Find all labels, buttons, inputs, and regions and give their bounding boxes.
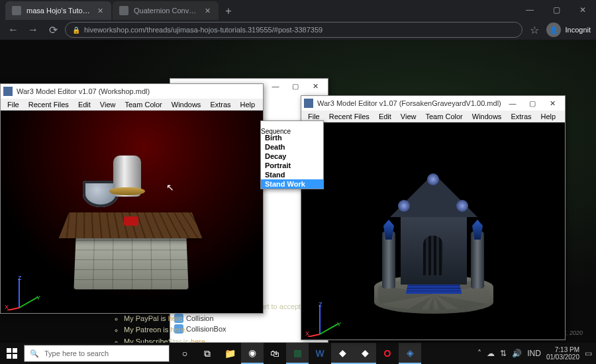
excel-button[interactable]: ▦ bbox=[286, 343, 309, 364]
sequence-list: Birth Death Decay Portrait Stand Stand W… bbox=[261, 133, 323, 189]
svg-rect-8 bbox=[7, 354, 11, 359]
axis-gizmo: Z Y X bbox=[305, 301, 341, 337]
paypal-link[interactable]: here bbox=[168, 314, 183, 322]
sequence-item[interactable]: Birth bbox=[261, 133, 323, 142]
close-button[interactable]: ✕ bbox=[542, 97, 562, 109]
blue-app-button[interactable]: ◈ bbox=[399, 343, 421, 364]
axis-gizmo: Z Y X bbox=[5, 275, 40, 310]
sequence-item[interactable]: Death bbox=[261, 142, 323, 152]
forward-button[interactable]: → bbox=[25, 22, 41, 38]
start-button[interactable] bbox=[0, 343, 24, 364]
browser-tab-quaternion[interactable]: Quaternion Converter ✕ bbox=[113, 1, 219, 20]
language-indicator[interactable]: IND bbox=[527, 349, 541, 358]
reload-button[interactable]: ⟳ bbox=[45, 22, 61, 38]
url-text: hiveworkshop.com/threads/ujimasa-hojos-t… bbox=[84, 26, 323, 34]
maximize-button[interactable]: ▢ bbox=[522, 97, 542, 109]
menu-extras[interactable]: Extras bbox=[507, 111, 535, 122]
volume-icon[interactable]: 🔊 bbox=[512, 349, 522, 358]
page-content: — ▢ ✕ Collision CollisionBox War3 Model … bbox=[0, 40, 596, 343]
menu-bar: File Recent Files Edit View Team Color W… bbox=[1, 99, 263, 111]
menu-edit[interactable]: Edit bbox=[375, 111, 395, 122]
onedrive-icon[interactable]: ☁ bbox=[487, 349, 495, 358]
titlebar[interactable]: War3 Model Editor v1.07 (Workshop.mdl) bbox=[1, 84, 263, 99]
menu-recent-files[interactable]: Recent Files bbox=[325, 111, 373, 122]
url-input[interactable]: 🔒 hiveworkshop.com/threads/ujimasa-hojos… bbox=[65, 22, 522, 38]
model-workshop bbox=[52, 144, 211, 296]
maximize-button[interactable]: ▢ bbox=[543, 0, 570, 20]
menu-extras[interactable]: Extras bbox=[206, 99, 234, 110]
incognito-label: Incognit bbox=[565, 26, 591, 34]
incognito-icon[interactable]: 👤 bbox=[546, 23, 561, 37]
date-label: 01/03/2020 bbox=[546, 353, 579, 361]
browser-chrome: masa Hojo's Tutorials | HIVE ✕ Quaternio… bbox=[0, 0, 596, 40]
search-placeholder: Type here to search bbox=[44, 349, 109, 357]
sequence-item-selected[interactable]: Stand Work bbox=[261, 179, 323, 189]
app-icon bbox=[3, 87, 13, 96]
action-center-button[interactable]: ▭ bbox=[585, 349, 592, 358]
back-button[interactable]: ← bbox=[5, 22, 21, 38]
tray-overflow-button[interactable]: ˄ bbox=[477, 349, 481, 358]
address-bar: ← → ⟳ 🔒 hiveworkshop.com/threads/ujimasa… bbox=[0, 20, 596, 40]
minimize-button[interactable]: — bbox=[503, 97, 522, 109]
app-button-2[interactable]: ◆ bbox=[354, 343, 376, 364]
sequence-item[interactable]: Stand bbox=[261, 170, 323, 179]
tab-label: Quaternion Converter bbox=[134, 7, 197, 15]
window-title: War3 Model Editor v1.07 (ForsakenGraveya… bbox=[317, 99, 503, 107]
clock[interactable]: 7:13 PM 01/03/2020 bbox=[546, 346, 579, 361]
app-icon bbox=[304, 99, 313, 108]
bookmark-button[interactable]: ☆ bbox=[526, 22, 542, 38]
task-view-button[interactable]: ⧉ bbox=[196, 343, 219, 364]
sequence-window[interactable]: Sequence Birth Death Decay Portrait Stan… bbox=[260, 120, 324, 189]
minimize-button[interactable]: — bbox=[517, 0, 543, 20]
menu-edit[interactable]: Edit bbox=[74, 99, 95, 110]
favicon-icon bbox=[119, 6, 128, 15]
file-explorer-button[interactable]: 📁 bbox=[219, 343, 241, 364]
network-icon[interactable]: ⇅ bbox=[500, 349, 507, 358]
close-button[interactable]: ✕ bbox=[570, 0, 596, 20]
menu-help[interactable]: Help bbox=[236, 99, 260, 110]
svg-line-2 bbox=[7, 308, 19, 310]
sequence-item[interactable]: Portrait bbox=[261, 161, 323, 170]
menu-bar: File Recent Files Edit View Team Color W… bbox=[301, 111, 565, 122]
cortana-button[interactable]: ○ bbox=[174, 343, 196, 364]
menu-file[interactable]: File bbox=[3, 99, 23, 110]
model-graveyard bbox=[357, 160, 509, 319]
close-icon[interactable]: ✕ bbox=[203, 6, 212, 15]
menu-team-color[interactable]: Team Color bbox=[422, 111, 467, 122]
browser-tab-hive[interactable]: masa Hojo's Tutorials | HIVE ✕ bbox=[5, 1, 111, 20]
minimize-button[interactable]: — bbox=[266, 80, 285, 92]
menu-windows[interactable]: Windows bbox=[168, 99, 205, 110]
model-editor-workshop-window[interactable]: War3 Model Editor v1.07 (Workshop.mdl) F… bbox=[0, 83, 264, 314]
lock-icon: 🔒 bbox=[72, 26, 80, 34]
taskbar-search[interactable]: 🔍 Type here to search bbox=[24, 345, 170, 362]
taskbar-icons: ○ ⧉ 📁 ◉ 🛍 ▦ W ◆ ◆ O ◈ bbox=[174, 343, 421, 364]
viewport-3d[interactable]: ↖ Z Y X bbox=[1, 111, 263, 313]
chrome-button[interactable]: ◉ bbox=[241, 343, 264, 364]
menu-windows[interactable]: Windows bbox=[468, 111, 506, 122]
tab-strip: masa Hojo's Tutorials | HIVE ✕ Quaternio… bbox=[0, 0, 596, 20]
opera-button[interactable]: O bbox=[376, 343, 399, 364]
app-button-1[interactable]: ◆ bbox=[331, 343, 354, 364]
viewport-3d[interactable]: Z Y X bbox=[301, 122, 565, 340]
titlebar[interactable]: Sequence bbox=[261, 121, 323, 133]
close-button[interactable]: ✕ bbox=[305, 80, 325, 92]
menu-team-color[interactable]: Team Color bbox=[121, 99, 166, 110]
word-button[interactable]: W bbox=[309, 343, 331, 364]
model-editor-graveyard-window[interactable]: War3 Model Editor v1.07 (ForsakenGraveya… bbox=[301, 95, 566, 340]
svg-rect-6 bbox=[7, 348, 11, 353]
patreon-link[interactable]: here bbox=[170, 326, 185, 334]
svg-rect-7 bbox=[13, 348, 17, 353]
svg-line-5 bbox=[308, 334, 320, 337]
store-button[interactable]: 🛍 bbox=[264, 343, 286, 364]
maximize-button[interactable]: ▢ bbox=[285, 80, 305, 92]
tab-label: masa Hojo's Tutorials | HIVE bbox=[26, 7, 90, 15]
window-title: War3 Model Editor v1.07 (Workshop.mdl) bbox=[17, 87, 260, 95]
new-tab-button[interactable]: + bbox=[220, 3, 237, 20]
sequence-item[interactable]: Decay bbox=[261, 152, 323, 161]
menu-recent-files[interactable]: Recent Files bbox=[25, 99, 73, 110]
titlebar[interactable]: War3 Model Editor v1.07 (ForsakenGraveya… bbox=[301, 96, 565, 111]
close-icon[interactable]: ✕ bbox=[95, 6, 105, 15]
menu-view[interactable]: View bbox=[397, 111, 421, 122]
menu-view[interactable]: View bbox=[96, 99, 120, 110]
menu-help[interactable]: Help bbox=[537, 111, 560, 122]
